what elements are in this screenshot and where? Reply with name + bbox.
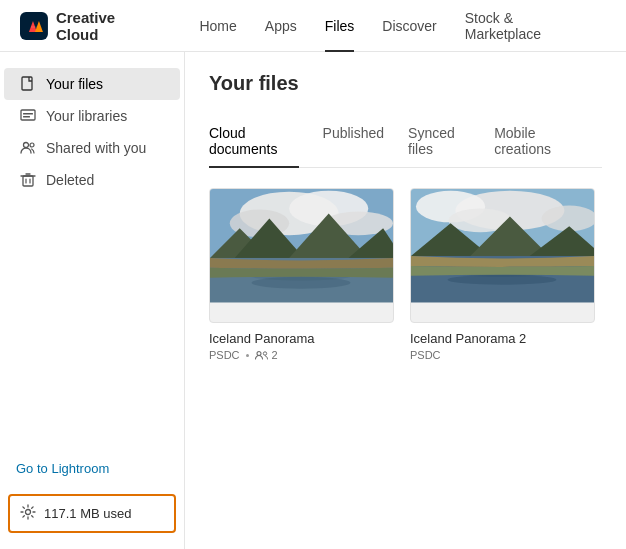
svg-rect-2 [21, 110, 35, 120]
app-header: Creative Cloud Home Apps Files Discover … [0, 0, 626, 52]
nav-stock[interactable]: Stock & Marketplace [451, 0, 606, 52]
tab-mobile-creations[interactable]: Mobile creations [494, 115, 578, 167]
page-title: Your files [209, 72, 602, 95]
svg-rect-7 [23, 176, 33, 186]
svg-rect-3 [23, 113, 33, 115]
files-grid: Iceland Panorama PSDC 2 [209, 188, 602, 361]
meta-dot-1 [246, 354, 249, 357]
svg-point-22 [263, 352, 266, 355]
collaborators-icon-1: 2 [255, 349, 278, 361]
sidebar-item-your-files[interactable]: Your files [4, 68, 180, 100]
tab-cloud-documents[interactable]: Cloud documents [209, 115, 299, 167]
sidebar-label-your-files: Your files [46, 76, 103, 92]
library-icon [20, 108, 36, 124]
trash-icon [20, 172, 36, 188]
file-card-iceland-panorama[interactable]: Iceland Panorama PSDC 2 [209, 188, 394, 361]
sidebar-label-your-libraries: Your libraries [46, 108, 127, 124]
storage-usage-badge[interactable]: 117.1 MB used [8, 494, 176, 533]
svg-point-8 [26, 510, 31, 515]
creative-cloud-logo-icon [20, 12, 48, 40]
logo-text: Creative Cloud [56, 9, 162, 43]
file-thumbnail-1 [209, 188, 394, 323]
sidebar-label-shared-with-you: Shared with you [46, 140, 146, 156]
tab-published[interactable]: Published [323, 115, 385, 167]
file-name-1: Iceland Panorama [209, 331, 394, 346]
file-card-iceland-panorama-2[interactable]: Iceland Panorama 2 PSDC [410, 188, 595, 361]
content-tabs: Cloud documents Published Synced files M… [209, 115, 602, 168]
file-thumbnail-2 [410, 188, 595, 323]
tab-synced-files[interactable]: Synced files [408, 115, 470, 167]
file-type-1: PSDC [209, 349, 240, 361]
storage-usage-text: 117.1 MB used [44, 506, 131, 521]
svg-point-20 [252, 277, 351, 289]
logo-area: Creative Cloud [20, 9, 161, 43]
sidebar-nav: Your files Your libraries [0, 68, 184, 196]
sidebar-label-deleted: Deleted [46, 172, 94, 188]
gear-icon [20, 504, 36, 523]
sidebar-item-deleted[interactable]: Deleted [4, 164, 180, 196]
file-name-2: Iceland Panorama 2 [410, 331, 595, 346]
app-layout: Your files Your libraries [0, 52, 626, 549]
svg-point-6 [30, 143, 34, 147]
file-type-2: PSDC [410, 349, 441, 361]
svg-rect-1 [22, 77, 32, 90]
main-content: Your files Cloud documents Published Syn… [185, 52, 626, 549]
svg-rect-4 [23, 116, 30, 118]
nav-apps[interactable]: Apps [251, 0, 311, 52]
sidebar: Your files Your libraries [0, 52, 185, 549]
collaborators-count-1: 2 [272, 349, 278, 361]
svg-point-5 [24, 143, 29, 148]
sidebar-item-shared-with-you[interactable]: Shared with you [4, 132, 180, 164]
file-meta-2: PSDC [410, 349, 595, 361]
nav-discover[interactable]: Discover [368, 0, 450, 52]
people-icon [20, 140, 36, 156]
svg-point-33 [448, 275, 557, 285]
sidebar-item-your-libraries[interactable]: Your libraries [4, 100, 180, 132]
svg-point-21 [257, 352, 261, 356]
file-icon [20, 76, 36, 92]
nav-home[interactable]: Home [185, 0, 250, 52]
main-nav: Home Apps Files Discover Stock & Marketp… [185, 0, 606, 52]
nav-files[interactable]: Files [311, 0, 369, 52]
file-meta-1: PSDC 2 [209, 349, 394, 361]
sidebar-bottom: Go to Lightroom 117.1 MB used [0, 453, 184, 533]
go-to-lightroom-link[interactable]: Go to Lightroom [8, 453, 176, 484]
